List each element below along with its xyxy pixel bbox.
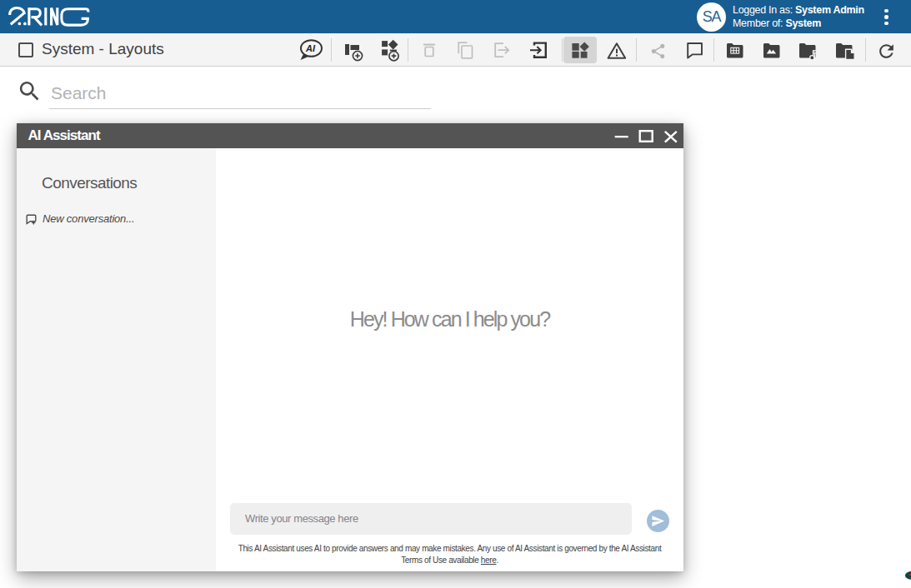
svg-text:AI: AI (305, 43, 316, 53)
